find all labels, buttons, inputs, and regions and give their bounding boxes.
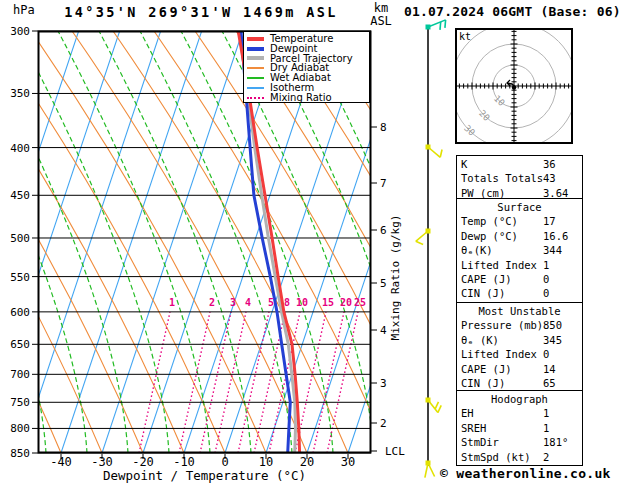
copyright: © weatheronline.co.uk [440, 466, 611, 481]
table-title: Most Unstable [457, 304, 582, 318]
km-tick-label: 7 [380, 177, 387, 190]
km-tick-label: 5 [380, 277, 387, 290]
row-value: 14 [543, 362, 556, 376]
mixing-ratio-value-label: 8 [284, 297, 290, 308]
legend: TemperatureDewpointParcel TrajectoryDry … [243, 31, 370, 103]
km-tick-label: 3 [380, 377, 387, 390]
row-value: 850 [543, 318, 562, 332]
row-label: K [461, 158, 467, 170]
pressure-tick-label: 800 [10, 422, 30, 435]
temp-tick-label: -30 [91, 455, 113, 469]
pressure-axis-unit: hPa [13, 3, 35, 17]
row-label: Totals Totals [461, 172, 543, 184]
wind-barb [428, 147, 440, 157]
table-row: θₑ(K)344 [457, 243, 582, 257]
table-row: CIN (J)0 [457, 286, 582, 300]
row-label: Pressure (mb) [461, 319, 543, 331]
mixing-ratio-value-label: 20 [340, 297, 352, 308]
table-row: StmSpd (kt)2 [457, 450, 582, 464]
mixing-ratio-value-label: 3 [230, 297, 236, 308]
mixing-ratio-axis-label: Mixing Ratio (g/kg) [389, 198, 402, 358]
row-label: θₑ(K) [461, 244, 493, 256]
row-value: 345 [543, 333, 562, 347]
table-row: Temp (°C)17 [457, 214, 582, 228]
hodograph-unit-label: kt [459, 31, 471, 42]
table-surface: SurfaceTemp (°C)17Dewp (°C)16.6θₑ(K)344L… [456, 198, 583, 303]
table-row: Lifted Index1 [457, 258, 582, 272]
pressure-tick-label: 400 [10, 142, 30, 155]
table-row: θₑ (K)345 [457, 333, 582, 347]
wind-barb [416, 231, 428, 241]
km-tick-label: 6 [380, 224, 387, 237]
pressure-tick-label: 500 [10, 232, 30, 245]
row-label: StmSpd (kt) [461, 451, 531, 463]
row-value: 17 [543, 214, 556, 228]
row-value: 0 [543, 347, 549, 361]
hodograph-ring-label: 10 [492, 93, 507, 108]
datetime-label: 01.07.2024 06GMT (Base: 06) [404, 4, 621, 19]
table-row: EH1 [457, 406, 582, 420]
row-label: StmDir [461, 436, 499, 448]
legend-swatch-dry-adiabat [247, 67, 264, 69]
km-tick-label: 2 [380, 417, 387, 430]
row-value: 344 [543, 243, 562, 257]
mixing-ratio-value-label: 10 [296, 297, 308, 308]
row-value: 0 [543, 272, 549, 286]
table-row: K36 [457, 157, 582, 171]
table-row: SREH1 [457, 421, 582, 435]
mixing-ratio-value-label: 4 [245, 297, 251, 308]
pressure-tick-label: 700 [10, 368, 30, 381]
pressure-tick-label: 850 [10, 447, 30, 460]
km-tick-label: 8 [380, 121, 387, 134]
temp-tick-label: -10 [173, 455, 195, 469]
row-label: PW (cm) [461, 187, 505, 199]
mixing-ratio-value-label: 25 [354, 297, 366, 308]
table-title: Surface [457, 200, 582, 214]
station-title: 14°35'N 269°31'W 1469m ASL [40, 4, 362, 20]
legend-swatch-wet-adiabat [247, 77, 264, 79]
temp-tick-label: 20 [300, 455, 314, 469]
row-label: Temp (°C) [461, 215, 518, 227]
table-row: CAPE (J)14 [457, 362, 582, 376]
row-label: EH [461, 407, 474, 419]
temp-tick-label: 10 [259, 455, 273, 469]
row-value: 1 [543, 258, 549, 272]
row-value: 43 [543, 171, 556, 185]
row-value: 65 [543, 376, 556, 390]
table-indices: K36Totals Totals43PW (cm)3.64 [456, 155, 583, 199]
pressure-tick-label: 300 [10, 25, 30, 38]
temp-tick-label: -20 [132, 455, 154, 469]
table-row: Dewp (°C)16.6 [457, 229, 582, 243]
legend-item: Mixing Ratio [244, 93, 369, 103]
row-label: SREH [461, 422, 486, 434]
temp-tick-label: 30 [341, 455, 355, 469]
table-row: Totals Totals43 [457, 171, 582, 185]
legend-label: Mixing Ratio [270, 93, 332, 103]
legend-swatch-mixing-ratio [247, 97, 264, 99]
pressure-tick-label: 600 [10, 306, 30, 319]
row-value: 2 [543, 450, 549, 464]
row-value: 1 [543, 406, 549, 420]
mixing-ratio-value-label: 2 [209, 297, 215, 308]
mixing-ratio-value-label: 1 [169, 297, 175, 308]
table-most-unstable: Most UnstablePressure (mb)850θₑ (K)345Li… [456, 302, 583, 391]
table-hodograph: HodographEH1SREH1StmDir181°StmSpd (kt)2 [456, 390, 583, 466]
pressure-tick-label: 550 [10, 271, 30, 284]
wind-barb-column [416, 20, 446, 478]
altitude-ref-asl: ASL [367, 15, 395, 28]
row-label: Dewp (°C) [461, 230, 518, 242]
temp-tick-label: 0 [221, 455, 228, 469]
row-value: 0 [543, 286, 549, 300]
mixing-ratio-value-label: 5 [268, 297, 274, 308]
row-value: 181° [543, 435, 568, 449]
temp-tick-label: -40 [50, 455, 72, 469]
table-title: Hodograph [457, 392, 582, 406]
row-value: 1 [543, 421, 549, 435]
pressure-tick-label: 750 [10, 396, 30, 409]
table-row: StmDir181° [457, 435, 582, 449]
table-row: Lifted Index0 [457, 347, 582, 361]
table-row: CIN (J)65 [457, 376, 582, 390]
wind-barb [428, 463, 435, 476]
altitude-axis-unit: km ASL [367, 2, 395, 28]
row-label: Lifted Index [461, 348, 537, 360]
